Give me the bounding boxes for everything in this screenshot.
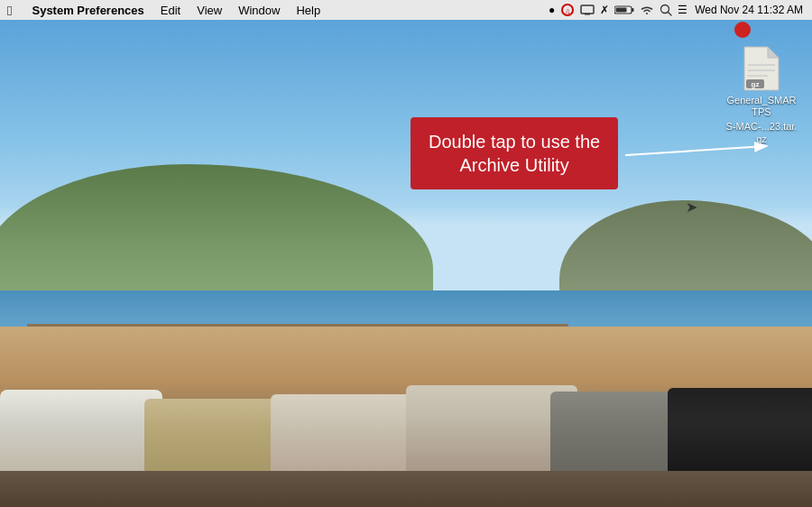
svg-rect-3 — [585, 14, 590, 15]
screen-icon[interactable] — [580, 5, 595, 15]
edit-menu[interactable]: Edit — [159, 4, 182, 17]
record-icon[interactable]: ● — [549, 4, 555, 16]
scrobbler-icon[interactable]: ♫ — [560, 3, 575, 17]
tooltip-line2: Archive Utility — [429, 153, 600, 177]
archive-utility-tooltip[interactable]: Double tap to use the Archive Utility — [411, 117, 618, 189]
bluetooth-icon[interactable]: ✗ — [600, 4, 609, 16]
datetime-display: Wed Nov 24 11:32 AM — [693, 4, 805, 16]
view-menu[interactable]: View — [195, 4, 224, 17]
car-6 — [668, 388, 812, 471]
car-1 — [0, 390, 162, 471]
file-icon-area[interactable]: gz General_SMARTPS S-MAC-...23.tar.gz — [725, 45, 798, 145]
car-3 — [271, 394, 424, 471]
desktop: gz General_SMARTPS S-MAC-...23.tar.gz Do… — [0, 20, 812, 507]
file-icon-svg: gz — [743, 45, 780, 92]
svg-line-8 — [669, 13, 672, 16]
svg-rect-2 — [581, 5, 594, 14]
recording-dot — [734, 22, 751, 38]
window-menu[interactable]: Window — [236, 4, 281, 17]
apple-menu[interactable]:  — [7, 3, 12, 18]
wifi-icon[interactable] — [640, 5, 654, 15]
svg-rect-5 — [632, 8, 634, 12]
svg-text:♫: ♫ — [565, 7, 570, 15]
notification-icon[interactable]: ☰ — [678, 4, 687, 16]
file-icon-label-line1: General_SMARTPS — [725, 95, 798, 118]
file-icon-label-line2: S-MAC-...23.tar.gz — [725, 121, 798, 144]
svg-text:gz: gz — [752, 80, 760, 88]
cars-area — [0, 345, 812, 471]
car-2 — [144, 399, 289, 471]
search-icon[interactable] — [660, 4, 672, 16]
menubar:  System Preferences Edit View Window He… — [0, 0, 812, 20]
tooltip-line1: Double tap to use the — [429, 130, 600, 153]
archive-file-icon[interactable]: gz — [743, 45, 780, 92]
app-name-menu[interactable]: System Preferences — [30, 4, 145, 17]
battery-icon — [614, 5, 634, 15]
help-menu[interactable]: Help — [294, 4, 322, 17]
svg-rect-6 — [616, 8, 627, 13]
